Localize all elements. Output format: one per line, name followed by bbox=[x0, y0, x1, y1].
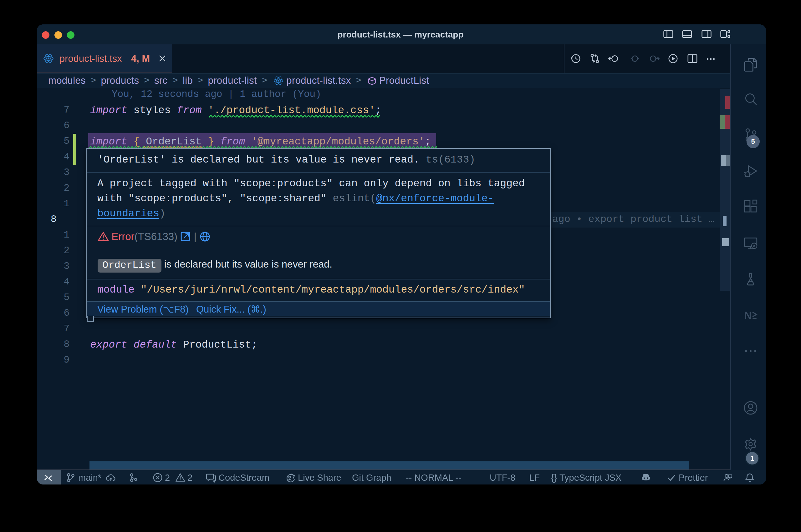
svg-text:N: N bbox=[744, 309, 751, 321]
